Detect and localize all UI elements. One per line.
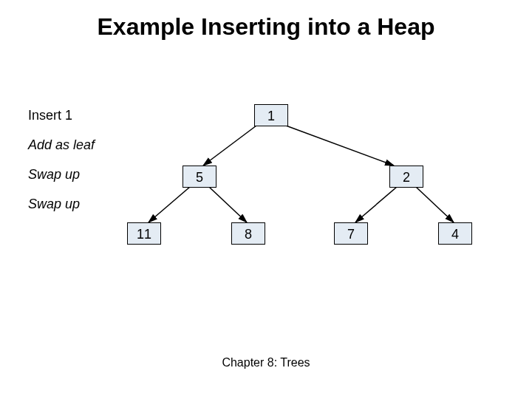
node-left-right: 8 xyxy=(231,222,265,245)
svg-line-0 xyxy=(203,126,256,166)
step-insert: Insert 1 xyxy=(28,108,72,123)
slide: Example Inserting into a Heap Insert 1 A… xyxy=(0,0,532,399)
svg-line-2 xyxy=(149,187,190,222)
node-root: 1 xyxy=(254,104,288,126)
node-left-left: 11 xyxy=(127,222,161,245)
step-swap-up-2: Swap up xyxy=(28,197,80,212)
node-right: 2 xyxy=(389,166,423,188)
slide-title: Example Inserting into a Heap xyxy=(0,13,532,41)
node-left: 5 xyxy=(183,166,216,188)
node-right-left: 7 xyxy=(334,222,368,245)
node-right-right: 4 xyxy=(438,222,472,245)
slide-footer: Chapter 8: Trees xyxy=(0,356,532,369)
svg-line-1 xyxy=(286,126,394,166)
svg-line-4 xyxy=(355,187,397,222)
step-add-leaf: Add as leaf xyxy=(28,137,95,153)
step-swap-up-1: Swap up xyxy=(28,167,80,183)
svg-line-5 xyxy=(416,187,454,222)
svg-line-3 xyxy=(209,187,247,222)
